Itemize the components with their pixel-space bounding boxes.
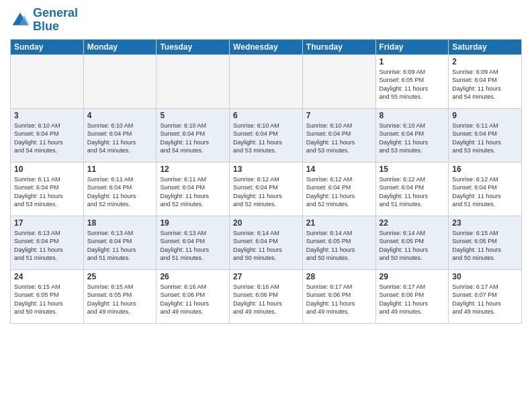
day-info: Sunrise: 6:11 AM Sunset: 6:04 PM Dayligh… bbox=[160, 175, 226, 209]
day-info: Sunrise: 6:14 AM Sunset: 6:05 PM Dayligh… bbox=[380, 229, 445, 263]
day-number: 22 bbox=[380, 218, 445, 228]
calendar-cell: 13Sunrise: 6:12 AM Sunset: 6:04 PM Dayli… bbox=[230, 162, 303, 216]
day-number: 6 bbox=[233, 111, 299, 120]
day-info: Sunrise: 6:10 AM Sunset: 6:04 PM Dayligh… bbox=[14, 122, 80, 155]
day-number: 24 bbox=[14, 272, 80, 281]
calendar-cell: 1Sunrise: 6:09 AM Sunset: 6:05 PM Daylig… bbox=[375, 54, 449, 108]
day-info: Sunrise: 6:17 AM Sunset: 6:06 PM Dayligh… bbox=[380, 283, 445, 316]
calendar-cell: 26Sunrise: 6:16 AM Sunset: 6:06 PM Dayli… bbox=[157, 269, 230, 323]
calendar-week-5: 24Sunrise: 6:15 AM Sunset: 6:05 PM Dayli… bbox=[11, 269, 522, 323]
calendar-col-friday: Friday bbox=[375, 39, 449, 54]
day-info: Sunrise: 6:09 AM Sunset: 6:05 PM Dayligh… bbox=[380, 68, 445, 101]
day-info: Sunrise: 6:14 AM Sunset: 6:04 PM Dayligh… bbox=[233, 229, 299, 263]
calendar-col-saturday: Saturday bbox=[449, 39, 522, 54]
calendar-cell: 24Sunrise: 6:15 AM Sunset: 6:05 PM Dayli… bbox=[11, 269, 84, 323]
day-number: 4 bbox=[87, 111, 153, 120]
day-number: 25 bbox=[87, 272, 153, 281]
day-number: 30 bbox=[452, 272, 518, 281]
calendar-col-tuesday: Tuesday bbox=[157, 39, 230, 54]
day-info: Sunrise: 6:14 AM Sunset: 6:05 PM Dayligh… bbox=[306, 229, 372, 263]
calendar-cell: 12Sunrise: 6:11 AM Sunset: 6:04 PM Dayli… bbox=[157, 162, 230, 216]
calendar-cell: 8Sunrise: 6:10 AM Sunset: 6:04 PM Daylig… bbox=[375, 108, 449, 162]
calendar-cell bbox=[83, 54, 157, 108]
calendar-cell bbox=[11, 54, 84, 108]
day-number: 12 bbox=[160, 165, 226, 174]
calendar-week-2: 3Sunrise: 6:10 AM Sunset: 6:04 PM Daylig… bbox=[11, 108, 522, 162]
calendar-week-4: 17Sunrise: 6:13 AM Sunset: 6:04 PM Dayli… bbox=[11, 216, 522, 269]
day-number: 26 bbox=[160, 272, 226, 281]
day-number: 19 bbox=[160, 218, 226, 228]
day-number: 17 bbox=[14, 218, 80, 228]
day-info: Sunrise: 6:12 AM Sunset: 6:04 PM Dayligh… bbox=[233, 175, 299, 209]
day-info: Sunrise: 6:10 AM Sunset: 6:04 PM Dayligh… bbox=[306, 122, 372, 155]
day-number: 20 bbox=[233, 218, 299, 228]
day-number: 21 bbox=[306, 218, 372, 228]
day-info: Sunrise: 6:09 AM Sunset: 6:04 PM Dayligh… bbox=[452, 68, 518, 101]
calendar-col-sunday: Sunday bbox=[11, 39, 84, 54]
calendar-cell: 4Sunrise: 6:10 AM Sunset: 6:04 PM Daylig… bbox=[83, 108, 157, 162]
calendar-col-wednesday: Wednesday bbox=[230, 39, 303, 54]
calendar-cell: 6Sunrise: 6:10 AM Sunset: 6:04 PM Daylig… bbox=[230, 108, 303, 162]
calendar-cell: 2Sunrise: 6:09 AM Sunset: 6:04 PM Daylig… bbox=[449, 54, 522, 108]
day-info: Sunrise: 6:12 AM Sunset: 6:04 PM Dayligh… bbox=[452, 175, 518, 209]
calendar-cell: 3Sunrise: 6:10 AM Sunset: 6:04 PM Daylig… bbox=[11, 108, 84, 162]
calendar-cell: 21Sunrise: 6:14 AM Sunset: 6:05 PM Dayli… bbox=[302, 216, 375, 269]
calendar-cell: 7Sunrise: 6:10 AM Sunset: 6:04 PM Daylig… bbox=[302, 108, 375, 162]
calendar-cell: 28Sunrise: 6:17 AM Sunset: 6:06 PM Dayli… bbox=[302, 269, 375, 323]
calendar-cell: 16Sunrise: 6:12 AM Sunset: 6:04 PM Dayli… bbox=[449, 162, 522, 216]
calendar-cell: 18Sunrise: 6:13 AM Sunset: 6:04 PM Dayli… bbox=[83, 216, 157, 269]
calendar-cell: 17Sunrise: 6:13 AM Sunset: 6:04 PM Dayli… bbox=[11, 216, 84, 269]
day-info: Sunrise: 6:11 AM Sunset: 6:04 PM Dayligh… bbox=[452, 122, 518, 155]
calendar-header-row: SundayMondayTuesdayWednesdayThursdayFrid… bbox=[11, 39, 522, 54]
calendar-cell: 19Sunrise: 6:13 AM Sunset: 6:04 PM Dayli… bbox=[157, 216, 230, 269]
day-number: 18 bbox=[87, 218, 153, 228]
day-number: 28 bbox=[306, 272, 372, 281]
calendar-cell: 11Sunrise: 6:11 AM Sunset: 6:04 PM Dayli… bbox=[83, 162, 157, 216]
calendar-cell: 5Sunrise: 6:10 AM Sunset: 6:04 PM Daylig… bbox=[157, 108, 230, 162]
calendar-cell: 23Sunrise: 6:15 AM Sunset: 6:05 PM Dayli… bbox=[449, 216, 522, 269]
calendar-cell: 25Sunrise: 6:15 AM Sunset: 6:05 PM Dayli… bbox=[83, 269, 157, 323]
logo-general: General bbox=[33, 6, 78, 19]
day-number: 7 bbox=[306, 111, 372, 120]
day-number: 14 bbox=[306, 165, 372, 174]
day-number: 3 bbox=[14, 111, 80, 120]
day-number: 11 bbox=[87, 165, 153, 174]
calendar-col-monday: Monday bbox=[83, 39, 157, 54]
day-info: Sunrise: 6:15 AM Sunset: 6:05 PM Dayligh… bbox=[87, 283, 153, 316]
calendar-week-1: 1Sunrise: 6:09 AM Sunset: 6:05 PM Daylig… bbox=[11, 54, 522, 108]
day-info: Sunrise: 6:10 AM Sunset: 6:04 PM Dayligh… bbox=[380, 122, 445, 155]
day-info: Sunrise: 6:12 AM Sunset: 6:04 PM Dayligh… bbox=[306, 175, 372, 209]
day-info: Sunrise: 6:12 AM Sunset: 6:04 PM Dayligh… bbox=[380, 175, 445, 209]
day-number: 8 bbox=[380, 111, 445, 120]
logo-icon bbox=[10, 10, 30, 30]
day-number: 29 bbox=[380, 272, 445, 281]
day-info: Sunrise: 6:11 AM Sunset: 6:04 PM Dayligh… bbox=[14, 175, 80, 209]
day-number: 2 bbox=[452, 57, 518, 66]
day-info: Sunrise: 6:13 AM Sunset: 6:04 PM Dayligh… bbox=[160, 229, 226, 263]
calendar-cell: 14Sunrise: 6:12 AM Sunset: 6:04 PM Dayli… bbox=[302, 162, 375, 216]
calendar-cell bbox=[302, 54, 375, 108]
calendar-cell bbox=[230, 54, 303, 108]
logo-text: General Blue bbox=[33, 7, 78, 34]
calendar-cell bbox=[157, 54, 230, 108]
calendar-cell: 22Sunrise: 6:14 AM Sunset: 6:05 PM Dayli… bbox=[375, 216, 449, 269]
day-number: 13 bbox=[233, 165, 299, 174]
day-number: 9 bbox=[452, 111, 518, 120]
calendar-cell: 29Sunrise: 6:17 AM Sunset: 6:06 PM Dayli… bbox=[375, 269, 449, 323]
calendar-cell: 10Sunrise: 6:11 AM Sunset: 6:04 PM Dayli… bbox=[11, 162, 84, 216]
calendar-cell: 27Sunrise: 6:16 AM Sunset: 6:06 PM Dayli… bbox=[230, 269, 303, 323]
day-info: Sunrise: 6:11 AM Sunset: 6:04 PM Dayligh… bbox=[87, 175, 153, 209]
calendar-cell: 9Sunrise: 6:11 AM Sunset: 6:04 PM Daylig… bbox=[449, 108, 522, 162]
calendar-table: SundayMondayTuesdayWednesdayThursdayFrid… bbox=[10, 39, 522, 324]
day-number: 16 bbox=[452, 165, 518, 174]
calendar-cell: 30Sunrise: 6:17 AM Sunset: 6:07 PM Dayli… bbox=[449, 269, 522, 323]
day-info: Sunrise: 6:13 AM Sunset: 6:04 PM Dayligh… bbox=[14, 229, 80, 263]
day-info: Sunrise: 6:10 AM Sunset: 6:04 PM Dayligh… bbox=[87, 122, 153, 155]
day-info: Sunrise: 6:15 AM Sunset: 6:05 PM Dayligh… bbox=[14, 283, 80, 316]
day-number: 27 bbox=[233, 272, 299, 281]
calendar-col-thursday: Thursday bbox=[302, 39, 375, 54]
day-info: Sunrise: 6:13 AM Sunset: 6:04 PM Dayligh… bbox=[87, 229, 153, 263]
calendar-cell: 20Sunrise: 6:14 AM Sunset: 6:04 PM Dayli… bbox=[230, 216, 303, 269]
day-info: Sunrise: 6:16 AM Sunset: 6:06 PM Dayligh… bbox=[160, 283, 226, 316]
day-info: Sunrise: 6:15 AM Sunset: 6:05 PM Dayligh… bbox=[452, 229, 518, 263]
